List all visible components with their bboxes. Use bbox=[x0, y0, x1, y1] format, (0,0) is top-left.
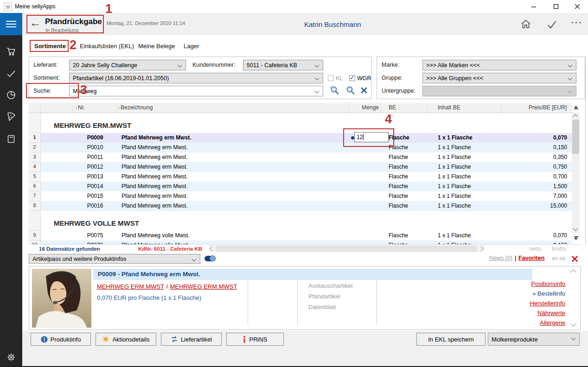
check-icon[interactable] bbox=[6, 69, 16, 79]
herstellerinfo-link[interactable]: Herstellerinfo bbox=[491, 300, 565, 307]
column-header-menge[interactable]: Menge bbox=[349, 103, 381, 113]
article-name-cell: Pfand Mehrweg volle Mwst. bbox=[117, 231, 349, 240]
lieferant-select[interactable]: 20 Jahre Selly Challenge bbox=[69, 60, 186, 70]
column-header-preis[interactable]: Preis/BE [EUR] bbox=[502, 103, 572, 113]
breadcrumb-link-1[interactable]: MEHRWEG ERM.MWST bbox=[97, 283, 164, 290]
in-ekl-speichern-button[interactable]: In EKL speichern bbox=[416, 333, 486, 346]
table-row[interactable]: 7P0015Pfand Mehrweg erm Mwst.Flasche1 x … bbox=[29, 191, 572, 201]
cart-icon[interactable] bbox=[6, 46, 16, 57]
confirm-check-icon[interactable] bbox=[546, 19, 557, 30]
gruppe-select[interactable]: >>> Alle Gruppen <<< bbox=[422, 73, 576, 83]
sortiment-label: Sortiment: bbox=[33, 75, 60, 81]
search-new-icon[interactable] bbox=[329, 85, 340, 96]
table-row[interactable]: 3P0011Pfand Mehrweg erm Mwst.Flasche1 x … bbox=[29, 152, 572, 162]
column-header-inhalt[interactable]: Inhalt BE bbox=[428, 103, 502, 113]
column-header-bezeichnung[interactable]: ↑Bezeichnung bbox=[117, 103, 349, 113]
quantity-cell bbox=[349, 162, 381, 172]
content-cell: 1 x 1 Flasche bbox=[428, 172, 502, 182]
kundennummer-select[interactable]: 5011 - Cafeteria KB bbox=[243, 60, 323, 70]
row-icon-cell bbox=[41, 162, 73, 172]
aktionsdetails-button[interactable]: Aktionsdetails bbox=[96, 333, 156, 346]
panel-scroll-down-icon[interactable] bbox=[570, 321, 576, 327]
book-icon[interactable] bbox=[6, 134, 16, 144]
scrollbar-thumb[interactable] bbox=[572, 120, 579, 154]
column-header-be[interactable]: BE bbox=[381, 103, 428, 113]
content-cell: 1 x 1 Flasche bbox=[428, 133, 502, 143]
tab-einkaufslisten[interactable]: Einkaufslisten (EKL) bbox=[80, 43, 134, 50]
menu-button[interactable] bbox=[0, 13, 22, 35]
results-table: ↑Nr. ↑Bezeichnung Menge BE Inhalt BE Pre… bbox=[29, 103, 581, 245]
news-link[interactable]: News (0) bbox=[489, 255, 512, 261]
close-panel-icon[interactable] bbox=[571, 255, 578, 262]
prev-arrow-icon[interactable]: ⇦ bbox=[552, 254, 558, 263]
product-links: Positionsinfo » Bestellinfo Herstellerin… bbox=[491, 280, 565, 329]
minimize-button[interactable] bbox=[523, 0, 544, 13]
brutto-toggle[interactable]: brutto bbox=[552, 246, 566, 252]
table-row[interactable]: 6P0014Pfand Mehrweg erm Mwst.Flasche1 x … bbox=[29, 182, 572, 191]
tab-meine-belege[interactable]: Meine Belege bbox=[138, 43, 175, 50]
column-header-nr[interactable]: ↑Nr. bbox=[73, 103, 117, 113]
kl-label: KL bbox=[336, 75, 343, 82]
clear-icon[interactable] bbox=[360, 87, 368, 94]
table-row[interactable]: 2P0010Pfand Mehrweg erm Mwst.Flasche1 x … bbox=[29, 143, 572, 152]
row-number-cell: 7 bbox=[29, 191, 41, 201]
panel-scroll-up-icon[interactable] bbox=[570, 269, 576, 275]
maximize-button[interactable] bbox=[545, 0, 567, 13]
scroll-up-icon[interactable] bbox=[573, 114, 578, 119]
positionsinfo-link[interactable]: Positionsinfo bbox=[491, 280, 565, 287]
table-row[interactable]: 5P0013Pfand Mehrweg erm Mwst.Flasche1 x … bbox=[29, 172, 572, 182]
article-number-cell: P0013 bbox=[73, 172, 117, 182]
pizza-icon[interactable] bbox=[6, 112, 16, 122]
unit-cell: Flasche bbox=[381, 240, 428, 245]
divider bbox=[376, 280, 377, 325]
unit-cell: Flasche bbox=[381, 162, 428, 172]
lieferartikel-button[interactable]: Lieferartikel bbox=[161, 333, 222, 346]
close-button[interactable] bbox=[567, 0, 588, 13]
table-horizontal-scrollbar[interactable] bbox=[209, 245, 485, 252]
table-group-row: MEHRWEG VOLLE MWST bbox=[29, 211, 572, 231]
scroll-right-icon[interactable] bbox=[478, 246, 484, 252]
search-input[interactable]: Mehrweg bbox=[69, 86, 323, 96]
home-icon[interactable] bbox=[520, 19, 531, 30]
naehrwerte-link[interactable]: Nährwerte bbox=[491, 310, 565, 316]
table-row[interactable]: 8P0016Pfand Mehrweg erm Mwst.Flasche1 x … bbox=[29, 201, 572, 211]
ellipsis-icon[interactable]: ··· bbox=[571, 19, 583, 27]
wgr-checkbox[interactable]: WGR bbox=[349, 74, 371, 82]
breadcrumb-link-2[interactable]: MEHRWEG ERM.MWST bbox=[170, 283, 237, 290]
productinfo-toggle[interactable] bbox=[205, 256, 216, 261]
marke-select[interactable]: >>> Alle Marken <<< bbox=[422, 60, 576, 70]
productinfo-select[interactable]: Artikelpass und weitere Produktinfos bbox=[29, 254, 200, 264]
table-row[interactable]: 10P0076Pfand Mehrweg volle Mwst.Flasche1… bbox=[29, 240, 572, 245]
next-arrow-icon[interactable]: ⇨ bbox=[560, 254, 566, 263]
table-vertical-scrollbar[interactable] bbox=[572, 103, 580, 244]
kl-checkbox[interactable]: KL bbox=[328, 74, 343, 82]
search-icon[interactable] bbox=[345, 85, 356, 96]
table-row[interactable]: 4P0012Pfand Mehrweg erm Mwst.Flasche1 x … bbox=[29, 162, 572, 172]
quantity-cell bbox=[349, 191, 381, 201]
scroll-down-icon[interactable] bbox=[573, 226, 578, 231]
netto-toggle[interactable]: netto bbox=[529, 246, 542, 252]
prins-button[interactable]: PRiNS bbox=[226, 333, 284, 346]
user-name[interactable]: Katrin Buschmann bbox=[304, 20, 361, 28]
gear-icon[interactable] bbox=[6, 352, 16, 362]
menu-icon bbox=[6, 21, 16, 22]
allergene-link[interactable]: Allergene bbox=[491, 319, 565, 326]
kategorie-select[interactable]: Molkereiprodukte bbox=[488, 333, 580, 346]
unit-cell: Flasche bbox=[381, 191, 428, 201]
minimize-icon bbox=[531, 4, 537, 9]
scroll-left-icon[interactable] bbox=[210, 246, 216, 252]
hscrollbar-thumb[interactable] bbox=[216, 246, 477, 252]
scroll-to-bottom-button[interactable] bbox=[572, 233, 580, 242]
unit-cell: Flasche bbox=[381, 231, 428, 240]
pie-chart-icon[interactable] bbox=[6, 90, 16, 100]
scroll-to-top-button[interactable] bbox=[572, 103, 580, 112]
sortiment-select[interactable]: Pfandartikel (16.06.2019-01.01.2050) bbox=[69, 73, 323, 83]
table-row[interactable]: 1P0009Pfand Mehrweg erm Mwst.12Flasche1 … bbox=[29, 133, 572, 143]
table-row[interactable]: 9P0075Pfand Mehrweg volle Mwst.Flasche1 … bbox=[29, 231, 572, 240]
tab-lager[interactable]: Lager bbox=[184, 43, 199, 50]
product-info-panel: P0009 - Pfand Mehrweg erm Mwst. MEHRWEG … bbox=[29, 266, 581, 330]
scrollbar-track[interactable] bbox=[572, 112, 580, 233]
produktinfo-button[interactable]: Produktinfo bbox=[31, 333, 91, 346]
favoriten-link[interactable]: Favoriten bbox=[518, 255, 544, 261]
bestellinfo-link[interactable]: » Bestellinfo bbox=[491, 290, 565, 297]
